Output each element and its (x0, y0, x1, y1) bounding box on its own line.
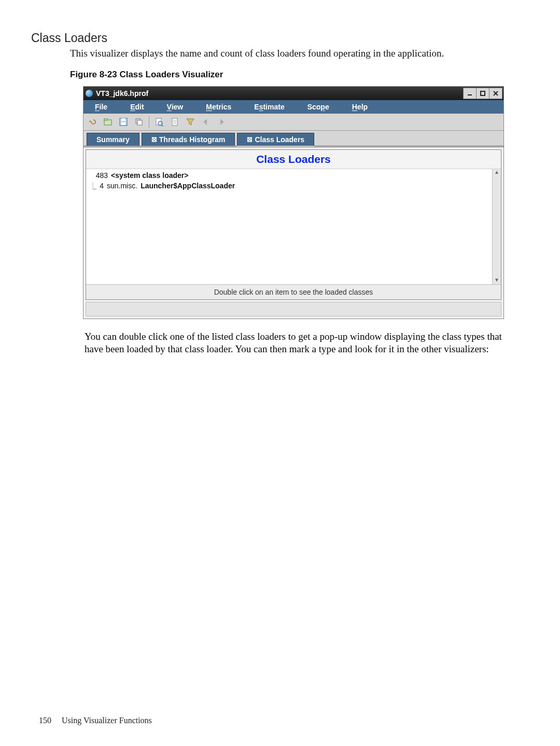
save-icon[interactable] (117, 115, 130, 129)
toolbar (83, 114, 503, 131)
titlebar: VT3_jdk6.hprof (83, 87, 503, 100)
scroll-down-icon[interactable]: ▼ (493, 277, 500, 284)
maximize-button[interactable] (476, 88, 489, 99)
svg-line-13 (162, 125, 163, 127)
tab-class-loaders[interactable]: ⊠ Class Loaders (237, 133, 314, 146)
svg-rect-10 (137, 120, 142, 125)
menu-scope[interactable]: Scope (296, 103, 341, 111)
window-controls (464, 88, 502, 99)
minimize-button[interactable] (463, 88, 477, 99)
open-icon[interactable] (101, 115, 115, 129)
tab-label: Summary (96, 135, 130, 144)
scroll-up-icon[interactable]: ▲ (493, 169, 500, 176)
tree-handle-icon[interactable]: ⎿ (89, 182, 94, 190)
hint-text: Double click on an item to see the loade… (86, 285, 501, 299)
window-title: VT3_jdk6.hprof (96, 89, 148, 98)
menu-help[interactable]: Help (341, 103, 379, 111)
preview-icon[interactable] (152, 115, 166, 129)
class-loader-list: 483 <system class loader> ⎿ 4 sun.misc.L… (86, 169, 501, 285)
statusbar (86, 302, 501, 316)
menu-file[interactable]: File (83, 103, 119, 111)
toolbar-separator (149, 116, 149, 128)
svg-rect-8 (121, 122, 125, 125)
duplicate-icon[interactable] (132, 115, 146, 129)
panel: Class Loaders 483 <system class loader> … (86, 149, 501, 300)
close-button[interactable] (489, 88, 502, 99)
intro-paragraph: This visualizer displays the name and co… (70, 47, 529, 60)
post-paragraph: You can double click one of the listed c… (85, 330, 504, 356)
tab-close-icon[interactable]: ⊠ (247, 135, 253, 143)
row-count: 483 (89, 171, 108, 179)
tab-close-icon[interactable]: ⊠ (151, 135, 157, 143)
scrollbar[interactable]: ▲ ▼ (492, 169, 501, 284)
list-item[interactable]: 483 <system class loader> (89, 170, 501, 181)
page-footer: 150 Using Visualizer Functions (39, 716, 152, 725)
filter-icon[interactable] (184, 115, 197, 129)
tab-label: Threads Histogram (159, 135, 226, 144)
tab-threads-histogram[interactable]: ⊠ Threads Histogram (142, 133, 235, 146)
page-number: 150 (39, 716, 51, 725)
list-item[interactable]: ⎿ 4 sun.misc.Launcher$AppClassLoader (89, 181, 501, 191)
menu-estimate[interactable]: Estimate (243, 103, 296, 111)
row-prefix: sun.misc. (107, 182, 137, 190)
svg-rect-7 (121, 118, 125, 121)
forward-icon[interactable] (215, 115, 228, 129)
app-icon (86, 90, 93, 97)
undo-icon[interactable] (86, 115, 99, 129)
svg-rect-5 (104, 119, 107, 120)
menu-metrics[interactable]: Metrics (194, 103, 243, 111)
svg-rect-1 (481, 91, 485, 95)
back-icon[interactable] (199, 115, 213, 129)
panel-title: Class Loaders (86, 150, 501, 169)
tab-label: Class Loaders (255, 135, 304, 144)
document-icon[interactable] (168, 115, 181, 129)
tabbar: Summary ⊠ Threads Histogram ⊠ Class Load… (83, 131, 503, 147)
tab-content: Class Loaders 483 <system class loader> … (83, 147, 503, 316)
menu-edit[interactable]: Edit (119, 103, 155, 111)
footer-label: Using Visualizer Functions (62, 716, 152, 725)
row-label: <system class loader> (111, 171, 188, 179)
menu-view[interactable]: View (156, 103, 195, 111)
row-count: 4 (97, 182, 104, 190)
tab-summary[interactable]: Summary (87, 133, 139, 146)
section-heading: Class Loaders (31, 31, 529, 45)
menubar: FileEditViewMetricsEstimateScopeHelp (83, 100, 503, 114)
figure-caption: Figure 8-23 Class Loaders Visualizer (70, 70, 529, 80)
app-window: VT3_jdk6.hprof FileEditViewMetricsEstima… (83, 86, 504, 319)
row-bold: Launcher$AppClassLoader (141, 182, 235, 190)
